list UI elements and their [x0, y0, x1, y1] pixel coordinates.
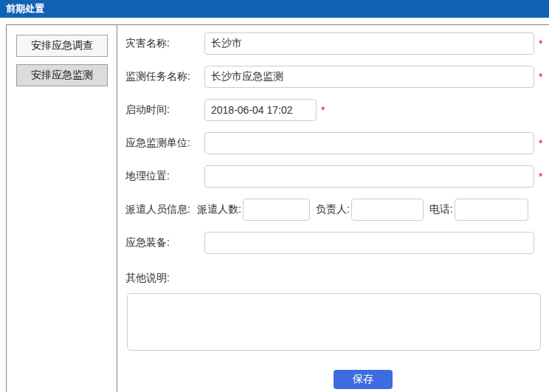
task-name-label: 监测任务名称:	[125, 70, 204, 83]
location-row: 地理位置: *	[125, 165, 549, 188]
dispatch-count-input[interactable]	[243, 199, 310, 221]
required-marker: *	[539, 71, 542, 83]
sidebar: 安排应急调查 安排应急监测	[7, 25, 117, 392]
leader-input[interactable]	[351, 199, 424, 221]
disaster-name-row: 灾害名称: *	[125, 32, 549, 55]
task-name-input[interactable]	[204, 66, 534, 88]
save-button[interactable]: 保存	[334, 370, 393, 389]
personnel-row: 派遣人员信息: 派遣人数: 负责人: 电话:	[125, 199, 549, 221]
disaster-name-label: 灾害名称:	[125, 37, 204, 50]
monitor-unit-label: 应急监测单位:	[125, 137, 204, 150]
required-marker: *	[321, 104, 325, 116]
location-label: 地理位置:	[125, 170, 204, 183]
start-time-input[interactable]	[204, 99, 317, 121]
equipment-label: 应急装备:	[125, 236, 204, 250]
required-marker: *	[539, 171, 542, 182]
monitor-unit-row: 应急监测单位: *	[125, 132, 549, 154]
notes-textarea[interactable]	[127, 293, 541, 351]
arrange-emergency-survey-button[interactable]: 安排应急调查	[16, 35, 108, 57]
notes-label: 其他说明:	[125, 272, 549, 285]
phone-label: 电话:	[429, 203, 453, 216]
personnel-label: 派遣人员信息:	[125, 203, 197, 216]
dispatch-count-label: 派遣人数:	[197, 203, 241, 216]
disposal-form: 灾害名称: * 监测任务名称: * 启动时间: * 应急监测单位: * 地理位置…	[117, 25, 549, 392]
start-time-row: 启动时间: *	[125, 99, 549, 121]
equipment-input[interactable]	[204, 232, 534, 254]
page-title: 前期处置	[0, 0, 549, 18]
leader-label: 负责人:	[316, 203, 350, 216]
equipment-row: 应急装备:	[125, 232, 549, 254]
required-marker: *	[539, 38, 542, 49]
arrange-emergency-monitoring-button[interactable]: 安排应急监测	[16, 64, 108, 86]
disaster-name-input[interactable]	[204, 32, 534, 55]
start-time-label: 启动时间:	[125, 103, 204, 117]
main-panel: 安排应急调查 安排应急监测 灾害名称: * 监测任务名称: * 启动时间: * …	[6, 24, 549, 392]
required-marker: *	[539, 137, 542, 149]
location-input[interactable]	[204, 165, 534, 188]
phone-input[interactable]	[455, 199, 528, 221]
monitor-unit-input[interactable]	[204, 132, 534, 154]
task-name-row: 监测任务名称: *	[125, 66, 549, 88]
